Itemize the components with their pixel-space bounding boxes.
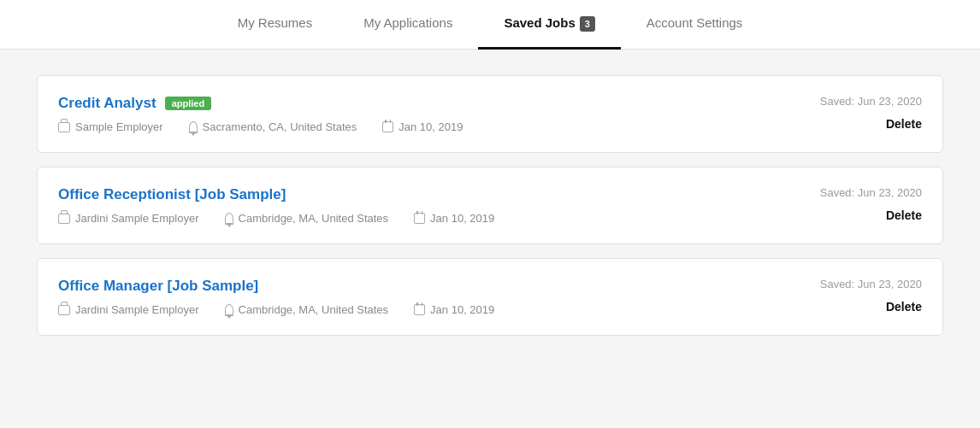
job-card-right: Saved: Jun 23, 2020 Delete — [802, 278, 922, 314]
date-text: Jan 10, 2019 — [430, 212, 494, 225]
employer-name: Jardini Sample Employer — [75, 212, 199, 225]
date-text: Jan 10, 2019 — [430, 303, 494, 316]
delete-button[interactable]: Delete — [886, 208, 922, 222]
date-text: Jan 10, 2019 — [398, 120, 463, 133]
tab-my-applications[interactable]: My Applications — [338, 0, 478, 50]
job-card-left: Office Manager [Job Sample] Jardini Samp… — [58, 278, 802, 316]
briefcase-icon — [58, 214, 70, 224]
location-text: Sacramento, CA, United States — [203, 120, 357, 133]
tab-saved-jobs-label: Saved Jobs — [504, 15, 575, 30]
location-text: Cambridge, MA, United States — [239, 212, 389, 225]
tab-saved-jobs[interactable]: Saved Jobs3 — [478, 0, 620, 50]
saved-date: Saved: Jun 23, 2020 — [802, 278, 922, 290]
saved-jobs-badge: 3 — [580, 16, 595, 32]
location-icon — [225, 213, 233, 225]
job-title[interactable]: Credit Analyst — [58, 95, 156, 112]
location-meta: Cambridge, MA, United States — [225, 303, 389, 316]
employer-name: Jardini Sample Employer — [75, 303, 199, 316]
navigation-tabs: My Resumes My Applications Saved Jobs3 A… — [0, 0, 980, 50]
calendar-icon — [382, 121, 393, 132]
saved-date: Saved: Jun 23, 2020 — [802, 186, 922, 199]
employer-meta: Jardini Sample Employer — [58, 303, 199, 316]
job-title-row: Office Receptionist [Job Sample] — [58, 186, 802, 203]
date-meta: Jan 10, 2019 — [382, 120, 463, 133]
briefcase-icon — [58, 305, 70, 315]
briefcase-icon — [58, 122, 70, 132]
location-text: Cambridge, MA, United States — [239, 303, 389, 316]
tab-my-resumes[interactable]: My Resumes — [212, 0, 339, 50]
tab-account-settings[interactable]: Account Settings — [621, 0, 769, 50]
calendar-icon — [414, 213, 425, 224]
job-title-row: Office Manager [Job Sample] — [58, 278, 802, 295]
job-title-row: Credit Analyst applied — [58, 95, 802, 112]
date-meta: Jan 10, 2019 — [414, 303, 494, 316]
job-card-right: Saved: Jun 23, 2020 Delete — [802, 95, 922, 132]
job-card: Credit Analyst applied Sample Employer S… — [37, 75, 943, 153]
employer-name: Sample Employer — [75, 120, 163, 133]
job-meta: Jardini Sample Employer Cambridge, MA, U… — [58, 303, 802, 316]
location-meta: Sacramento, CA, United States — [189, 120, 357, 133]
job-title[interactable]: Office Manager [Job Sample] — [58, 278, 258, 295]
employer-meta: Jardini Sample Employer — [58, 212, 199, 225]
job-card-left: Office Receptionist [Job Sample] Jardini… — [58, 186, 802, 225]
job-card: Office Manager [Job Sample] Jardini Samp… — [37, 258, 943, 336]
job-meta: Jardini Sample Employer Cambridge, MA, U… — [58, 212, 802, 225]
calendar-icon — [414, 304, 425, 315]
job-title[interactable]: Office Receptionist [Job Sample] — [58, 186, 286, 203]
job-card: Office Receptionist [Job Sample] Jardini… — [37, 167, 943, 244]
applied-badge: applied — [165, 97, 212, 110]
location-icon — [189, 121, 198, 133]
job-meta: Sample Employer Sacramento, CA, United S… — [58, 120, 802, 133]
main-content: Credit Analyst applied Sample Employer S… — [20, 50, 960, 375]
saved-date: Saved: Jun 23, 2020 — [802, 95, 922, 108]
location-icon — [225, 304, 233, 316]
job-card-left: Credit Analyst applied Sample Employer S… — [58, 95, 802, 133]
delete-button[interactable]: Delete — [886, 300, 922, 314]
job-card-right: Saved: Jun 23, 2020 Delete — [802, 186, 922, 223]
date-meta: Jan 10, 2019 — [414, 212, 494, 225]
delete-button[interactable]: Delete — [886, 117, 922, 131]
location-meta: Cambridge, MA, United States — [225, 212, 389, 225]
employer-meta: Sample Employer — [58, 120, 163, 133]
